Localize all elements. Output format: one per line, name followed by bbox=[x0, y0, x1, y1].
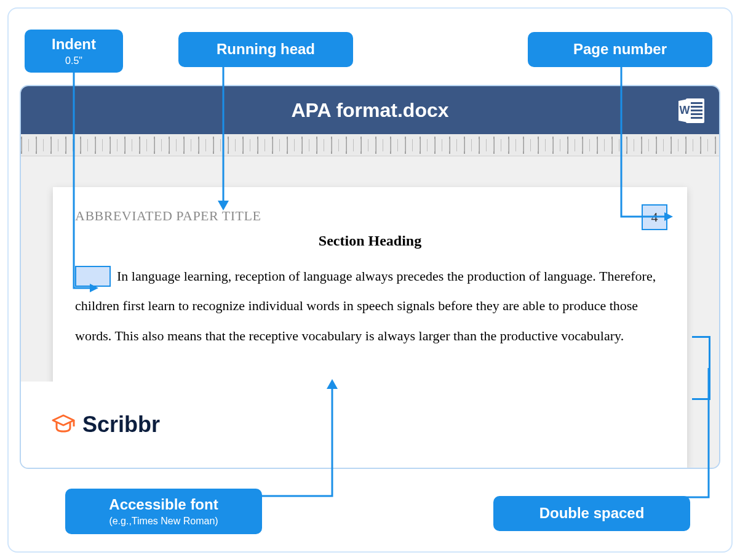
line-spacing-bracket bbox=[692, 336, 710, 400]
arrow-indent bbox=[70, 70, 101, 298]
svg-marker-12 bbox=[327, 379, 338, 389]
callout-running-head-label: Running head bbox=[196, 41, 336, 58]
body-paragraph: In language learning, reception of langu… bbox=[75, 268, 656, 343]
callout-page-number-label: Page number bbox=[545, 41, 695, 58]
callout-accessible-font: Accessible font (e.g.,Times New Roman) bbox=[65, 489, 262, 534]
arrow-double-spaced bbox=[658, 368, 720, 501]
callout-indent-label: Indent bbox=[32, 36, 116, 54]
running-head-text: ABBREVIATED PAPER TITLE bbox=[75, 208, 665, 224]
svg-marker-11 bbox=[664, 212, 673, 221]
callout-accessible-font-sub: (e.g.,Times New Roman) bbox=[76, 515, 251, 527]
callout-double-spaced-label: Double spaced bbox=[511, 505, 673, 522]
callout-indent: Indent 0.5" bbox=[25, 30, 123, 73]
svg-marker-10 bbox=[218, 201, 229, 210]
body-text: In language learning, reception of langu… bbox=[75, 262, 665, 351]
callout-double-spaced: Double spaced bbox=[493, 496, 690, 531]
callout-running-head: Running head bbox=[178, 32, 353, 67]
callout-page-number: Page number bbox=[528, 32, 712, 67]
callout-indent-sub: 0.5" bbox=[32, 55, 116, 66]
arrow-page-number bbox=[609, 66, 683, 226]
scribbr-cap-icon bbox=[50, 412, 76, 438]
document-filename: APA format.docx bbox=[291, 99, 448, 122]
section-heading: Section Heading bbox=[75, 233, 665, 249]
arrow-running-head bbox=[214, 66, 233, 212]
scribbr-logo: Scribbr bbox=[50, 412, 160, 438]
svg-marker-8 bbox=[90, 284, 98, 292]
scribbr-badge: Scribbr bbox=[21, 382, 230, 468]
arrow-accessible-font bbox=[258, 377, 344, 500]
scribbr-name: Scribbr bbox=[82, 412, 160, 438]
callout-accessible-font-label: Accessible font bbox=[76, 496, 251, 514]
